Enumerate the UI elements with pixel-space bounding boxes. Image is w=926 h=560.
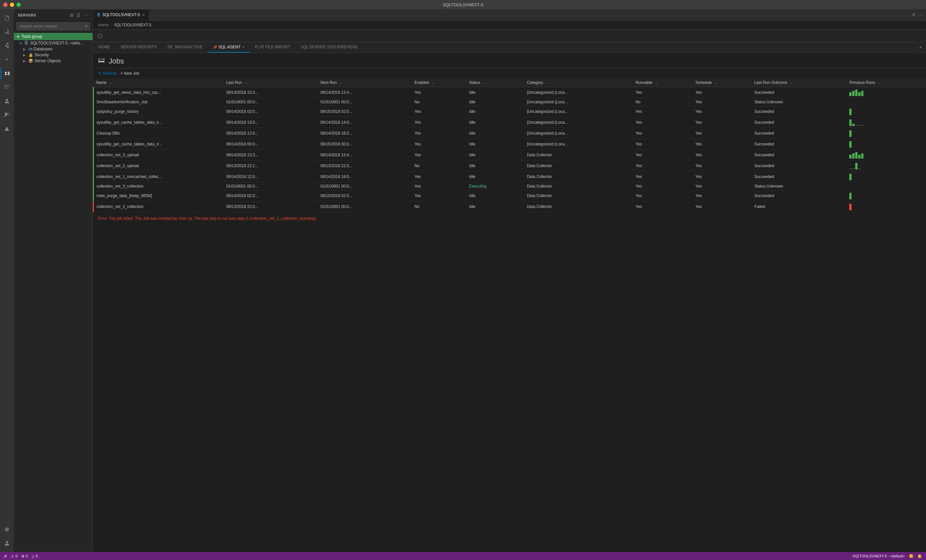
close-btn[interactable] (3, 3, 8, 7)
col-schedule[interactable]: Schedule ⌄ (693, 78, 752, 87)
cell-name: collection_set_2_collection (94, 201, 224, 212)
tools-group[interactable]: ▼ Tools group (14, 33, 92, 40)
tab-close-btn[interactable]: ✕ (142, 13, 145, 17)
cell-last-run_outcome: Succeeded (752, 161, 847, 171)
group-servers-btn[interactable]: ☰ (76, 12, 81, 18)
col-enabled[interactable]: Enabled ⌄ (412, 78, 467, 87)
category-sort-icon: ⌄ (545, 81, 548, 85)
server-item[interactable]: ▼ 🗄 SQLTOOLSVNEXT-5, <defa... (14, 40, 92, 46)
server-tab[interactable]: 🗄 SQLTOOLSVNEXT-5 ✕ (93, 9, 149, 21)
cell-name: collection_set_3_upload (94, 150, 224, 161)
search-icon[interactable] (1, 26, 13, 38)
table-row[interactable]: collection_set_3_upload09/14/2018 13:3..… (94, 150, 926, 161)
cell-previous-runs (847, 117, 926, 128)
cell-schedule: Yes (693, 117, 752, 128)
table-row[interactable]: collection_set_3_collection01/01/0001 00… (94, 182, 926, 190)
window-controls (3, 3, 21, 7)
files-icon[interactable] (1, 12, 13, 24)
breadcrumb-home[interactable]: Home (98, 23, 109, 27)
server-db-icon: 🗄 (24, 41, 29, 45)
connections-icon[interactable] (1, 67, 13, 80)
triangle-icon[interactable] (1, 122, 13, 135)
cell-name: collection_set_2_upload (94, 161, 224, 171)
user-management-icon[interactable] (1, 95, 13, 107)
col-name[interactable]: Name ⌄ (94, 78, 224, 87)
table-row[interactable]: sysutility_get_cache_tables_data_ir...09… (94, 117, 926, 128)
col-previous-runs[interactable]: Previous Runs ⌄ (847, 78, 926, 87)
cell-category: Data Collector (524, 190, 633, 201)
feedback-icon[interactable]: 😊 (909, 554, 914, 558)
col-last-run[interactable]: Last Run ⌄ (224, 78, 318, 87)
account-icon[interactable] (1, 537, 13, 549)
source-control-icon[interactable] (1, 39, 13, 52)
tab-server-reports[interactable]: SERVER REPORTS (115, 42, 162, 53)
cell-name: sysutility_get_cache_tables_data_ir... (94, 139, 224, 150)
cell-status: Executing (466, 182, 524, 190)
more-actions-btn[interactable]: ⋯ (83, 12, 89, 18)
cell-last-run: 09/14/2018 02:0... (224, 190, 318, 201)
table-row[interactable]: sysutility_get_cache_tables_data_ir...09… (94, 139, 926, 150)
cell-name: syspolicy_purge_history (94, 106, 224, 117)
cell-status: Idle (466, 128, 524, 139)
tab-sql-agent[interactable]: 📌 SQL AGENT ✕ (208, 42, 250, 53)
table-row[interactable]: collection_set_2_collection09/13/2018 22… (94, 201, 926, 212)
cell-enabled: Yes (412, 190, 467, 201)
cell-last-run: 09/14/2018 12:0... (224, 171, 318, 182)
table-row[interactable]: SmoBaselineVerification_Job01/01/0001 00… (94, 98, 926, 106)
refresh-icon: ↻ (98, 71, 101, 75)
minimize-btn[interactable] (10, 3, 14, 7)
add-tab-btn[interactable]: + (915, 44, 926, 50)
table-row[interactable]: mdw_purge_data_[keep_MDW]09/14/2018 02:0… (94, 190, 926, 201)
col-last-run-outcome[interactable]: Last Run Outcome ⌄ (752, 78, 847, 87)
cell-last-run: 09/14/2018 02:0... (224, 106, 318, 117)
search-clear-btn[interactable]: ✕ (85, 24, 88, 29)
new-job-btn[interactable]: + New Job (121, 71, 139, 75)
databases-item[interactable]: ▶ 🗃 Databases (14, 46, 92, 52)
refresh-btn[interactable]: ↻ Refresh (98, 71, 117, 75)
table-row[interactable]: Cleanup DBs09/14/2018 12:0...09/14/2018 … (94, 128, 926, 139)
search-input[interactable] (17, 23, 90, 30)
cell-enabled: Yes (412, 150, 467, 161)
debug-icon[interactable] (1, 53, 13, 66)
alert-count: 0 (36, 554, 38, 558)
cell-last-run_outcome: Succeeded (752, 106, 847, 117)
cell-runnable: Yes (633, 128, 693, 139)
tab-server-reports-label: SERVER REPORTS (121, 45, 157, 49)
more-tabs-icon[interactable]: ⋯ (918, 12, 922, 17)
table-row[interactable]: sysutility_get_views_data_into_cac...09/… (94, 87, 926, 98)
admin2-icon[interactable] (1, 109, 13, 121)
tab-sql-2019[interactable]: SQL SERVER 2019 (PREVIEW) (295, 42, 363, 53)
col-next-run[interactable]: Next Run ⌄ (318, 78, 412, 87)
split-editor-icon[interactable]: ⧉ (912, 12, 915, 17)
col-status[interactable]: Status ⌄ (466, 78, 524, 87)
query-history-icon[interactable] (1, 81, 13, 94)
tab-flat-file[interactable]: FLAT FILE IMPORT (250, 42, 296, 53)
warnings-status[interactable]: ⚠ 0 (11, 554, 17, 558)
col-runnable[interactable]: Runnable ⌄ (633, 78, 693, 87)
outcome-sort-icon: ⌄ (790, 81, 792, 85)
tab-sp-whoisactive[interactable]: SP_WHOISACTIVE (162, 42, 208, 53)
errors-status[interactable]: ⊗ 0 (21, 554, 28, 558)
new-connection-btn[interactable]: ⊞ (69, 12, 74, 18)
cell-last-run_outcome: Succeeded (752, 117, 847, 128)
tab-sql-agent-close[interactable]: ✕ (242, 45, 245, 49)
cell-next-run: 09/14/2018 14:0... (318, 117, 412, 128)
col-category[interactable]: Category ⌄ (524, 78, 633, 87)
server-objects-item[interactable]: ▶ 📦 Server Objects (14, 58, 92, 64)
cell-next-run: 09/14/2018 13:4... (318, 150, 412, 161)
job-history-icon[interactable] (95, 31, 105, 41)
tab-home[interactable]: HOME (93, 42, 115, 53)
runnable-sort-icon: ⌄ (655, 81, 658, 85)
table-row[interactable]: collection_set_1_noncached_collec...09/1… (94, 171, 926, 182)
security-item[interactable]: ▶ 🔒 Security (14, 52, 92, 58)
maximize-btn[interactable] (17, 3, 21, 7)
cell-last-run_outcome: Succeeded (752, 139, 847, 150)
notifications-icon[interactable]: 🔔 (917, 554, 922, 558)
table-row[interactable]: syspolicy_purge_history09/14/2018 02:0..… (94, 106, 926, 117)
settings-icon[interactable] (1, 523, 13, 536)
table-row[interactable]: collection_set_2_upload09/13/2018 22:1..… (94, 161, 926, 171)
remote-status[interactable]: ⇄ (4, 554, 7, 558)
security-label: Security (35, 53, 49, 57)
alerts-status[interactable]: △ 0 (32, 554, 38, 558)
cell-next-run: 09/15/2018 02:0... (318, 190, 412, 201)
